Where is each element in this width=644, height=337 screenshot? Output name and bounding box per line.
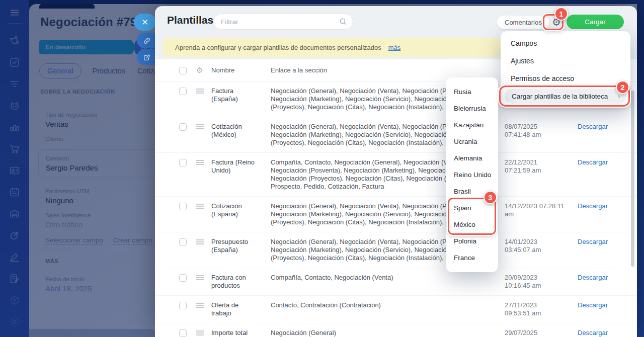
drag-handle-icon[interactable] <box>196 301 211 317</box>
drag-handle-icon[interactable] <box>196 202 211 226</box>
template-updated: 08/07/2025 07:41:48 am <box>505 123 578 147</box>
select-all-checkbox[interactable] <box>179 67 187 74</box>
annotation-frame-library-item <box>499 86 630 107</box>
search-box <box>213 14 353 30</box>
drag-handle-icon[interactable] <box>196 123 211 147</box>
country-item-france[interactable]: France <box>446 249 498 266</box>
column-settings-gear-icon[interactable]: ⚙ <box>196 66 211 74</box>
upload-button[interactable]: Cargar <box>567 15 624 29</box>
row-checkbox[interactable] <box>179 302 187 309</box>
template-name: Presupuesto (España) <box>211 238 271 262</box>
template-updated: 27/11/2023 09:53:51 am <box>505 301 578 317</box>
table-row: Cotización (España)Negociación (General)… <box>155 197 637 232</box>
section-column-header: Enlace a la sección <box>271 66 505 74</box>
download-link[interactable]: Descargar <box>578 158 615 191</box>
download-link[interactable]: Descargar <box>578 301 615 317</box>
checkbox-cell <box>179 87 196 111</box>
template-updated: 14/01/2023 03:45:07 am <box>505 238 578 262</box>
table-row: Importe totalNegociación (General)29/07/… <box>155 323 637 337</box>
checkbox-cell <box>179 123 196 147</box>
country-item-bielorrusia[interactable]: Bielorrusia <box>446 100 498 117</box>
open-new-tab-button[interactable] <box>137 49 157 65</box>
search-input[interactable] <box>213 14 353 30</box>
row-checkbox[interactable] <box>179 123 187 131</box>
checkbox-cell <box>179 158 196 191</box>
search-icon <box>339 17 347 26</box>
template-name: Factura con productos <box>211 274 271 290</box>
scrollbar-thumb[interactable] <box>631 91 634 267</box>
checkbox-cell <box>179 202 196 226</box>
template-name: Factura (España) <box>211 87 271 111</box>
comments-button[interactable]: Comentarios <box>497 16 549 29</box>
menu-item-ajustes[interactable]: Ajustes <box>501 52 630 69</box>
template-name: Importe total <box>211 329 271 337</box>
table-row: Presupuesto (España)Negociación (General… <box>155 232 637 268</box>
template-updated: 29/07/2025 10:40:43 am <box>505 329 578 337</box>
menu-item-campos[interactable]: Campos <box>501 34 630 52</box>
download-link[interactable]: Descargar <box>578 274 615 290</box>
download-link[interactable]: Descargar <box>578 238 615 262</box>
modal-title: Plantillas <box>167 14 213 26</box>
country-submenu: RusiaBielorrusiaKazajstánUcraniaAlemania… <box>446 77 498 272</box>
drag-handle-icon[interactable] <box>196 238 211 262</box>
copy-link-button[interactable] <box>137 33 157 48</box>
template-name: Factura (Reino Unido) <box>211 158 271 191</box>
download-link[interactable]: Descargar <box>578 202 615 226</box>
menu-item-permisos-de-acceso[interactable]: Permisos de acceso <box>501 69 630 87</box>
name-column-header: Nombre <box>211 66 271 74</box>
annotation-badge-3: 3 <box>484 191 497 204</box>
screen: Negociación #7913 En desarrollo Detalles… <box>0 0 644 337</box>
templates-table-body: Factura (España)Negociación (General), N… <box>155 81 637 337</box>
country-item-ucrania[interactable]: Ucrania <box>446 133 498 150</box>
drag-handle-icon[interactable] <box>196 274 211 290</box>
table-row: Oferta de trabajoContacto, Contratación … <box>155 296 637 323</box>
checkbox-cell <box>179 301 196 317</box>
download-link[interactable]: Descargar <box>578 329 615 337</box>
download-link[interactable]: Descargar <box>578 123 615 147</box>
banner-more-link[interactable]: más <box>388 44 401 51</box>
template-name: Oferta de trabajo <box>211 301 271 317</box>
table-row: Factura con productosCompañía, Contacto,… <box>155 268 637 296</box>
close-icon: ✕ <box>141 17 148 28</box>
row-checkbox[interactable] <box>179 238 187 246</box>
country-item-alemania[interactable]: Alemania <box>446 150 498 166</box>
row-checkbox[interactable] <box>179 88 187 95</box>
banner-text: Aprenda a configurar y cargar plantillas… <box>175 44 381 51</box>
template-name: Cotización (España) <box>211 202 271 226</box>
template-sections: Negociación (General) <box>271 329 505 337</box>
country-item-kazajstan[interactable]: Kazajstán <box>446 117 498 133</box>
checkbox-cell <box>179 274 196 290</box>
external-link-icon <box>143 53 151 61</box>
template-sections: Compañía, Contacto, Negociación (Venta) <box>271 274 505 290</box>
country-item-reino-unido[interactable]: Reino Unido <box>446 166 498 183</box>
link-icon <box>143 37 151 45</box>
drag-handle-icon[interactable] <box>196 329 211 337</box>
template-name: Cotización (México) <box>211 123 271 147</box>
checkbox-cell <box>179 329 196 337</box>
table-row: Factura (Reino Unido)Compañía, Contacto,… <box>155 153 637 197</box>
checkbox-cell <box>179 238 196 262</box>
table-row: Cotización (México)Negociación (General)… <box>155 117 637 153</box>
drag-handle-icon[interactable] <box>196 87 211 111</box>
drag-handle-icon[interactable] <box>196 158 211 191</box>
country-item-rusia[interactable]: Rusia <box>446 83 498 100</box>
template-sections: Contacto, Contratación (Contratación) <box>271 301 505 317</box>
row-checkbox[interactable] <box>179 203 187 210</box>
close-slider-button[interactable]: ✕ <box>134 14 156 31</box>
annotation-badge-1: 1 <box>554 7 568 21</box>
template-updated: 14/12/2023 07:28:11 am <box>505 202 578 226</box>
template-updated: 22/12/2021 07:21:59 am <box>505 158 578 191</box>
template-updated: 20/09/2023 10:16:45 am <box>505 274 578 290</box>
row-checkbox[interactable] <box>179 329 187 337</box>
annotation-badge-2: 2 <box>616 80 629 94</box>
row-checkbox[interactable] <box>179 159 187 166</box>
row-checkbox[interactable] <box>179 274 187 282</box>
country-item-polonia[interactable]: Polonia <box>446 233 498 249</box>
